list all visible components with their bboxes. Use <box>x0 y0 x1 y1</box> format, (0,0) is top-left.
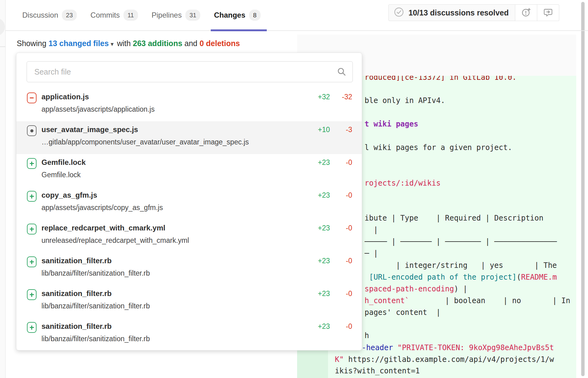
lines-removed: -0 <box>337 191 352 200</box>
jump-to-next-discussion-button[interactable] <box>537 4 559 21</box>
file-diff-stats: +10 -3 <box>314 126 352 134</box>
changed-files-link[interactable]: 13 changed files <box>49 39 109 48</box>
deletions-count: 0 deletions <box>200 39 240 48</box>
search-icon <box>337 67 347 77</box>
lines-added: +23 <box>314 224 330 232</box>
check-circle-icon <box>394 7 404 19</box>
file-added-icon <box>27 158 37 169</box>
lines-added: +23 <box>314 257 330 265</box>
file-diff-stats: +23 -0 <box>314 158 352 167</box>
diff-code-line: [URL-encoded path of the project](README… <box>365 273 557 282</box>
diff-code-line: ikis?with_content=1 <box>335 366 420 376</box>
file-added-icon <box>27 191 37 202</box>
lines-added: +32 <box>314 93 330 101</box>
lines-removed: -0 <box>337 290 352 298</box>
file-path: app/assets/javascripts/application.js <box>41 105 155 114</box>
tab-count-badge: 8 <box>249 10 261 21</box>
diff-code-line: K" https://gitlab.example.com/api/v4/pro… <box>335 355 554 364</box>
diff-code-line: ───── | ─────── | ──────── | ───────────… <box>365 237 557 246</box>
page-left-strip <box>0 0 6 378</box>
lines-added: +23 <box>314 158 330 167</box>
tab-pipelines[interactable]: Pipelines 31 <box>152 0 201 31</box>
lines-removed: -0 <box>337 322 352 331</box>
discussions-resolved-group: 10/13 discussions resolved <box>388 4 559 21</box>
file-name: Gemfile.lock <box>41 158 86 167</box>
file-list-item[interactable]: sanitization_filter.rb lib/banzai/filter… <box>16 252 362 285</box>
file-list-item[interactable]: application.js app/assets/javascripts/ap… <box>16 88 362 121</box>
file-name: copy_as_gfm.js <box>41 191 97 200</box>
tab-changes[interactable]: Changes 8 <box>214 0 260 31</box>
tab-count-badge: 23 <box>62 10 77 21</box>
file-list-item[interactable]: user_avatar_image_spec.js …gitlab/app/co… <box>16 121 362 154</box>
tab-commits[interactable]: Commits 11 <box>90 0 138 31</box>
file-path: lib/banzai/filter/sanitization_filter.rb <box>41 334 150 343</box>
file-diff-stats: +23 -0 <box>314 224 352 232</box>
file-list-item[interactable]: copy_as_gfm.js app/assets/javascripts/co… <box>16 187 362 220</box>
file-diff-stats: +23 -0 <box>314 191 352 200</box>
file-added-icon <box>27 224 37 234</box>
tab-count-badge: 31 <box>185 10 200 21</box>
lines-removed: -0 <box>337 257 352 265</box>
tab-discussion[interactable]: Discussion 23 <box>22 0 77 31</box>
file-added-icon <box>27 289 37 300</box>
diff-added-code-block: roduced][ce-13372] in GitLab 10.0.ble on… <box>328 76 576 378</box>
diff-code-line: ─ | <box>365 249 378 258</box>
file-list-item[interactable]: replace_redcarpet_with_cmark.yml unrelea… <box>16 220 362 252</box>
diff-code-line: | integer/string | yes | The <box>365 261 557 270</box>
file-added-icon <box>27 256 37 267</box>
file-diff-stats: +23 -0 <box>314 257 352 265</box>
caret-down-icon[interactable]: ▾ <box>110 41 114 47</box>
file-list-item[interactable]: sanitization_filter.rb lib/banzai/filter… <box>16 285 362 318</box>
lines-removed: -0 <box>337 158 352 167</box>
diff-code-line: curl --header "PRIVATE-TOKEN: 9koXpg98eA… <box>335 343 554 352</box>
file-deleted-icon <box>27 92 37 103</box>
discussions-resolved-count: 10/13 discussions resolved <box>409 8 509 17</box>
file-path: lib/banzai/filter/sanitization_filter.rb <box>41 268 150 278</box>
diff-code-line: ble only in APIv4. <box>365 96 445 105</box>
diff-code-line: spaced-path-encoding) | <box>365 284 467 294</box>
changed-files-summary: Showing 13 changed files▾ with 263 addit… <box>17 39 240 48</box>
summary-prefix: Showing <box>17 39 49 48</box>
diff-code-line: pages' content | <box>365 308 441 317</box>
divider <box>0 46 6 47</box>
file-name: sanitization_filter.rb <box>41 256 112 265</box>
file-finder-dropdown: application.js app/assets/javascripts/ap… <box>16 53 362 350</box>
diff-code-line: ibute | Type | Required | Description <box>365 213 543 223</box>
file-added-icon <box>27 322 37 333</box>
lines-added: +23 <box>314 290 330 298</box>
file-list-item[interactable]: Gemfile.lock Gemfile.lock +23 -0 <box>16 154 362 187</box>
avatar <box>0 18 5 36</box>
file-diff-stats: +32 -32 <box>314 93 352 101</box>
additions-count: 263 additions <box>133 39 182 48</box>
file-search <box>27 61 353 82</box>
diff-code-line: l wiki pages for a given project. <box>365 143 512 152</box>
diff-code-line: rojects/:id/wikis <box>365 178 441 188</box>
vertical-scrollbar[interactable] <box>581 2 585 376</box>
new-issue-icon <box>521 6 532 19</box>
lines-added: +10 <box>314 126 330 134</box>
comment-next-icon <box>543 6 554 19</box>
file-path: unreleased/replace_redcarpet_with_cmark.… <box>41 236 189 245</box>
file-name: user_avatar_image_spec.js <box>41 125 138 134</box>
tab-count-badge: 11 <box>123 10 138 21</box>
diff-code-line: | <box>365 225 378 234</box>
diff-code-line: t wiki pages <box>365 119 418 129</box>
summary-and: and <box>182 39 200 48</box>
file-name: replace_redcarpet_with_cmark.yml <box>41 223 165 233</box>
file-path: lib/banzai/filter/sanitization_filter.rb <box>41 301 150 311</box>
summary-middle: with <box>115 39 133 48</box>
lines-added: +23 <box>314 322 330 331</box>
diff-code-line: h_content` | boolean | no | In <box>365 296 570 305</box>
lines-removed: -0 <box>337 224 352 232</box>
file-name: sanitization_filter.rb <box>41 289 112 298</box>
diff-code-line: roduced][ce-13372] in GitLab 10.0. <box>365 76 517 82</box>
file-name: application.js <box>41 92 89 101</box>
resolve-with-issue-button[interactable] <box>515 4 537 21</box>
file-diff-stats: +23 -0 <box>314 290 352 298</box>
file-path: …gitlab/app/components/user_avatar/user_… <box>41 137 249 147</box>
discussions-resolved-bar: 10/13 discussions resolved <box>388 4 515 21</box>
file-search-input[interactable] <box>27 61 353 82</box>
changed-file-list: application.js app/assets/javascripts/ap… <box>16 88 362 351</box>
file-path: Gemfile.lock <box>41 170 81 179</box>
file-list-item[interactable]: sanitization_filter.rb lib/banzai/filter… <box>16 318 362 351</box>
